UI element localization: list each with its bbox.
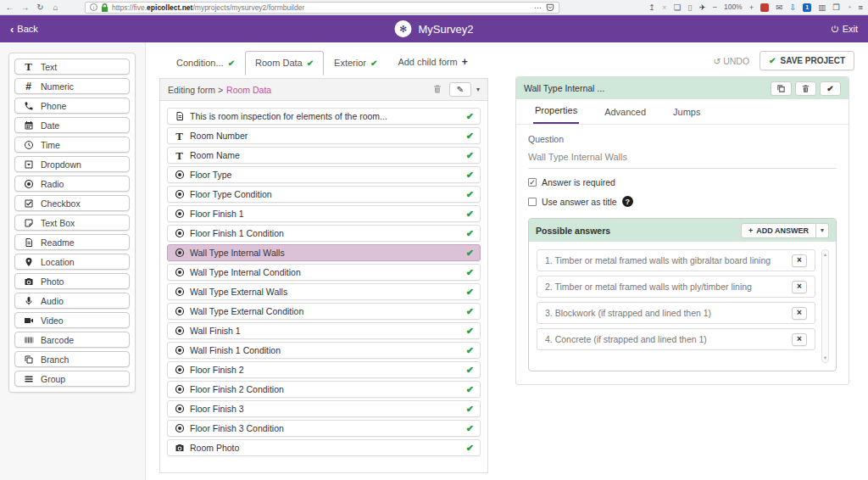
back-icon[interactable]: ← xyxy=(5,3,14,12)
add-answer-button[interactable]: +ADD ANSWER xyxy=(741,223,816,238)
answer-row[interactable]: 2. Timber or metal framed walls with ply… xyxy=(537,276,815,298)
question-row[interactable]: This is room inspection for elements of … xyxy=(167,108,481,125)
undo-icon: ↺ xyxy=(713,56,721,66)
sidebar-item-date[interactable]: Date xyxy=(14,117,130,133)
question-row[interactable]: TRoom Name✔ xyxy=(167,147,481,164)
scroll-down-icon[interactable]: ▼ xyxy=(823,355,827,360)
question-row[interactable]: Wall Type External Walls✔ xyxy=(167,283,481,300)
question-row[interactable]: TRoom Number✔ xyxy=(167,127,481,144)
complete-check-icon: ✔ xyxy=(466,326,474,337)
sidebar-item-location[interactable]: Location xyxy=(14,254,130,270)
zoom-out-icon[interactable]: − xyxy=(712,3,717,12)
back-button[interactable]: ‹ Back xyxy=(10,24,38,35)
question-label: Wall Type Internal Condition xyxy=(190,267,301,277)
delete-answer-button[interactable]: × xyxy=(792,333,807,346)
cut-icon[interactable]: × xyxy=(662,3,667,12)
delete-form-icon[interactable] xyxy=(432,84,444,96)
radio-icon xyxy=(174,287,185,298)
duplicate-question-button[interactable] xyxy=(771,81,792,96)
exit-button[interactable]: Exit xyxy=(831,24,858,34)
pocket-icon[interactable] xyxy=(546,3,554,12)
tab-room-data[interactable]: Room Data✔ xyxy=(245,51,324,75)
question-label: Wall Type External Condition xyxy=(190,306,303,316)
save-page-icon[interactable]: ↥ xyxy=(648,3,655,12)
question-row[interactable]: Wall Finish 1 Condition✔ xyxy=(167,342,481,359)
sidebar-item-video[interactable]: Video xyxy=(14,312,130,328)
question-row[interactable]: Wall Type Internal Walls✔ xyxy=(167,244,481,261)
sidebar-item-text-box[interactable]: Text Box xyxy=(14,215,130,231)
sidebar-item-radio[interactable]: Radio xyxy=(14,176,130,192)
question-row[interactable]: Wall Type External Condition✔ xyxy=(167,303,481,320)
answers-scrollbar[interactable]: ▲▼ xyxy=(821,249,829,363)
photo-icon xyxy=(174,443,185,454)
delete-answer-button[interactable]: × xyxy=(792,254,807,267)
answer-row[interactable]: 3. Blockwork (if strapped and lined then… xyxy=(537,302,815,324)
sidebar-item-checkbox[interactable]: Checkbox xyxy=(14,195,130,211)
question-row[interactable]: Floor Finish 1✔ xyxy=(167,205,481,222)
question-row[interactable]: Floor Type✔ xyxy=(167,166,481,183)
confirm-question-button[interactable]: ✔ xyxy=(820,81,841,96)
question-row[interactable]: Wall Type Internal Condition✔ xyxy=(167,264,481,281)
question-input[interactable]: Wall Type Internal Walls xyxy=(528,144,837,169)
help-icon[interactable]: ? xyxy=(622,196,633,207)
sidebar-item-barcode[interactable]: Barcode xyxy=(14,332,130,348)
delete-question-button[interactable] xyxy=(795,81,816,96)
tab-jumps[interactable]: Jumps xyxy=(671,102,702,124)
page-actions-icon[interactable]: ⋯ xyxy=(534,3,542,12)
sidebar-item-text[interactable]: TText xyxy=(14,59,130,75)
question-row[interactable]: Room Photo✔ xyxy=(167,439,481,456)
forward-icon[interactable]: → xyxy=(20,3,30,12)
delete-answer-button[interactable]: × xyxy=(792,281,807,293)
notification-count-icon[interactable]: 1 xyxy=(803,3,811,12)
zoom-level[interactable]: 100% xyxy=(724,3,743,11)
delete-answer-button[interactable]: × xyxy=(792,307,807,320)
tab-condition[interactable]: Condition...✔ xyxy=(166,51,245,75)
sidebar-item-group[interactable]: Group xyxy=(14,371,130,387)
answer-row[interactable]: 4. Concrete (if strapped and lined then … xyxy=(537,328,815,350)
copy-icon[interactable]: ❏ xyxy=(674,3,682,12)
menu-icon[interactable]: ≡ xyxy=(858,3,863,12)
sidebar-item-dropdown[interactable]: Dropdown xyxy=(14,156,130,172)
mail-icon[interactable]: ✉ xyxy=(776,3,782,12)
question-row[interactable]: Floor Type Condition✔ xyxy=(167,186,481,203)
extension-icon[interactable]: ✈ xyxy=(698,3,705,12)
sidebar-item-readme[interactable]: Readme xyxy=(14,234,130,250)
question-row[interactable]: Floor Finish 3✔ xyxy=(167,400,481,417)
question-row[interactable]: Floor Finish 1 Condition✔ xyxy=(167,225,481,242)
zoom-in-icon[interactable]: + xyxy=(749,3,754,12)
site-info-icon[interactable]: i xyxy=(90,3,97,11)
battery-icon[interactable]: ▯ xyxy=(687,3,692,12)
answer-row[interactable]: 1. Timber or metal framed walls with gib… xyxy=(537,249,815,271)
url-bar[interactable]: i https://five.epicollect.net/myprojects… xyxy=(85,2,559,14)
add-child-form-tab[interactable]: Add child form+ xyxy=(387,49,477,75)
reload-icon[interactable]: ↻ xyxy=(36,3,45,12)
sidebar-item-time[interactable]: Time xyxy=(14,137,130,153)
save-project-button[interactable]: ✔ SAVE PROJECT xyxy=(760,51,854,70)
edit-dropdown-caret-icon[interactable]: ▾ xyxy=(476,86,480,93)
sidebar-toggle-icon[interactable]: ❐ xyxy=(832,3,840,12)
undo-button[interactable]: ↺ UNDO xyxy=(713,56,749,66)
edit-form-button[interactable]: ✎ xyxy=(449,82,471,97)
download-icon[interactable]: ⇩ xyxy=(789,3,796,12)
question-row[interactable]: Wall Finish 1✔ xyxy=(167,322,481,339)
tab-properties[interactable]: Properties xyxy=(533,100,579,124)
library-icon[interactable]: ▥ xyxy=(818,3,826,12)
question-row[interactable]: Floor Finish 2 Condition✔ xyxy=(167,381,481,398)
sidebar-item-phone[interactable]: Phone xyxy=(14,98,130,114)
home-icon[interactable]: ⌂ xyxy=(51,3,60,12)
add-answer-caret-icon[interactable]: ▼ xyxy=(816,223,829,238)
checked-checkbox[interactable]: ✓ xyxy=(528,178,537,187)
account-icon[interactable]: ◔ xyxy=(847,3,852,12)
question-label: Room Name xyxy=(190,150,240,160)
sidebar-item-branch[interactable]: Branch xyxy=(14,351,130,367)
tab-advanced[interactable]: Advanced xyxy=(603,102,648,124)
adblock-icon[interactable] xyxy=(760,3,769,12)
scroll-up-icon[interactable]: ▲ xyxy=(823,252,827,257)
sidebar-item-audio[interactable]: Audio xyxy=(14,293,130,309)
question-row[interactable]: Floor Finish 2✔ xyxy=(167,361,481,378)
unchecked-checkbox[interactable] xyxy=(528,198,537,206)
sidebar-item-numeric[interactable]: #Numeric xyxy=(14,78,130,94)
sidebar-item-photo[interactable]: Photo xyxy=(14,273,130,289)
question-row[interactable]: Floor Finish 3 Condition✔ xyxy=(167,420,481,437)
tab-exterior[interactable]: Exterior✔ xyxy=(324,51,387,75)
